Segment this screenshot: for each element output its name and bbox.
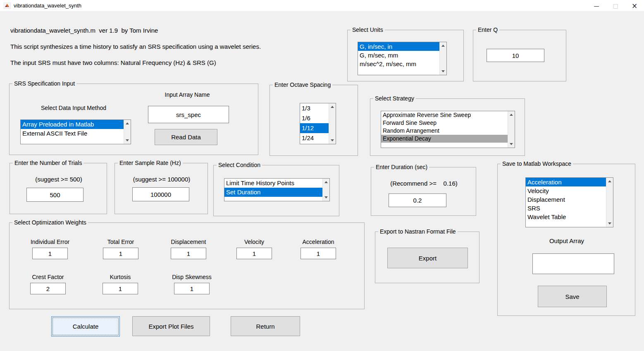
scrollbar[interactable]	[606, 178, 613, 227]
workspace-option[interactable]: Velocity	[526, 186, 606, 195]
export-button[interactable]: Export	[387, 248, 468, 268]
disp-skewness-input[interactable]	[174, 283, 210, 294]
export-plot-files-button[interactable]: Export Plot Files	[132, 316, 210, 336]
scroll-down-icon[interactable]	[124, 137, 131, 144]
data-input-method-listbox[interactable]: Array Preloaded in Matlab External ASCII…	[20, 119, 131, 144]
window-title: vibrationdata_wavelet_synth	[14, 2, 81, 9]
units-option[interactable]: G, m/sec, mm	[358, 51, 439, 60]
strategy-option[interactable]: Forward Sine Sweep	[381, 119, 508, 127]
script-description-text: This script synthesizes a time history t…	[10, 43, 261, 50]
kurtosis-input[interactable]	[103, 283, 138, 294]
condition-option[interactable]: Limit Time History Points	[224, 179, 322, 188]
script-version-text: vibrationdata_wavelet_synth.m ver 1.9 by…	[10, 27, 158, 34]
calculate-button[interactable]: Calculate	[51, 316, 120, 337]
sample-rate-title: Enter Sample Rate (Hz)	[118, 160, 183, 166]
input-method-option[interactable]: External ASCII Text File	[21, 129, 124, 138]
scrollbar[interactable]	[329, 103, 336, 144]
save-workspace-panel: Save to Matlab Workspace Acceleration Ve…	[497, 164, 635, 316]
strategy-listbox[interactable]: Approximate Reverse Sine Sweep Forward S…	[381, 111, 515, 148]
q-input[interactable]	[487, 49, 544, 62]
return-button[interactable]: Return	[231, 316, 300, 336]
velocity-input[interactable]	[236, 248, 272, 259]
client-area: vibrationdata_wavelet_synth.m ver 1.9 by…	[0, 12, 644, 351]
units-option[interactable]: G, in/sec, in	[358, 42, 439, 51]
duration-input[interactable]	[389, 193, 446, 207]
octave-option[interactable]: 1/12	[300, 123, 329, 133]
minimize-icon[interactable]: —	[587, 0, 606, 12]
read-data-button[interactable]: Read Data	[155, 129, 217, 145]
select-strategy-title: Select Strategy	[373, 95, 416, 102]
select-units-panel: Select Units G, in/sec, in G, m/sec, mm …	[347, 30, 464, 81]
titlebar: vibrationdata_wavelet_synth — □ ×	[0, 0, 644, 12]
strategy-option[interactable]: Random Arrangement	[381, 127, 508, 135]
enter-duration-panel: Enter Duration (sec) (Recommend >= 0.16)	[371, 167, 476, 216]
scroll-down-icon[interactable]	[440, 68, 446, 75]
save-button[interactable]: Save	[538, 286, 607, 307]
workspace-listbox[interactable]: Acceleration Velocity Displacement SRS W…	[525, 177, 613, 227]
window-controls: — □ ×	[587, 0, 644, 12]
number-of-trials-title: Enter the Number of Trials	[13, 160, 83, 166]
input-array-name-label: Input Array Name	[140, 91, 235, 98]
scrollbar[interactable]	[322, 179, 329, 201]
nastran-export-title: Export to Nastran Format File	[378, 228, 458, 235]
trials-input[interactable]	[26, 188, 83, 202]
select-units-title: Select Units	[351, 26, 385, 33]
octave-spacing-title: Enter Octave Spacing	[273, 81, 332, 88]
scroll-up-icon[interactable]	[508, 111, 515, 118]
enter-q-panel: Enter Q	[473, 30, 566, 81]
trials-hint: (suggest >= 500)	[10, 176, 107, 183]
workspace-option[interactable]: Displacement	[526, 195, 606, 204]
total-error-label: Total Error	[86, 239, 156, 245]
acceleration-label: Acceleration	[283, 239, 353, 245]
units-option[interactable]: m/sec^2, m/sec, mm	[358, 60, 439, 68]
units-listbox[interactable]: G, in/sec, in G, m/sec, mm m/sec^2, m/se…	[358, 42, 447, 75]
scroll-up-icon[interactable]	[440, 42, 446, 49]
optimization-weights-panel: Select Optimization Weights Individual E…	[9, 222, 365, 309]
disp-skewness-label: Disp Skewness	[157, 274, 227, 280]
scroll-down-icon[interactable]	[323, 194, 329, 201]
workspace-option[interactable]: Wavelet Table	[526, 213, 606, 221]
strategy-option[interactable]: Approximate Reverse Sine Sweep	[381, 111, 508, 119]
condition-option[interactable]: Set Duration	[224, 188, 322, 197]
optimization-weights-title: Select Optimization Weights	[12, 219, 88, 226]
srs-spec-input-title: SRS Specification Input	[12, 80, 76, 87]
individual-error-input[interactable]	[32, 248, 68, 259]
scroll-down-icon[interactable]	[329, 137, 336, 144]
output-array-label: Output Array	[498, 237, 636, 244]
enter-duration-title: Enter Duration (sec)	[374, 164, 429, 170]
condition-listbox[interactable]: Limit Time History Points Set Duration	[224, 178, 330, 201]
octave-option[interactable]: 1/24	[300, 133, 329, 143]
output-array-input[interactable]	[532, 253, 614, 274]
scrollbar[interactable]	[124, 120, 131, 144]
scroll-down-icon[interactable]	[508, 141, 515, 148]
data-input-method-label: Select Data Input Method	[18, 105, 129, 111]
total-error-input[interactable]	[103, 248, 138, 259]
input-array-name-input[interactable]	[148, 106, 229, 123]
octave-option[interactable]: 1/6	[300, 113, 329, 123]
scroll-down-icon[interactable]	[606, 220, 613, 227]
crest-factor-input[interactable]	[30, 283, 66, 294]
scroll-up-icon[interactable]	[329, 103, 336, 110]
scroll-up-icon[interactable]	[606, 178, 613, 185]
scroll-up-icon[interactable]	[323, 179, 329, 186]
nastran-export-panel: Export to Nastran Format File Export	[375, 232, 479, 283]
workspace-option[interactable]: SRS	[526, 204, 606, 213]
octave-listbox[interactable]: 1/3 1/6 1/12 1/24	[300, 103, 336, 144]
scrollbar[interactable]	[439, 42, 446, 75]
acceleration-input[interactable]	[301, 248, 336, 259]
maximize-icon[interactable]: □	[606, 0, 625, 12]
displacement-label: Displacement	[153, 239, 224, 245]
save-workspace-title: Save to Matlab Workspace	[501, 160, 573, 167]
displacement-input[interactable]	[171, 248, 206, 259]
workspace-option[interactable]: Acceleration	[526, 178, 606, 186]
sample-rate-input[interactable]	[132, 187, 189, 201]
duration-hint: (Recommend >= 0.16)	[371, 180, 477, 187]
octave-option[interactable]: 1/3	[300, 103, 329, 113]
srs-spec-input-panel: SRS Specification Input Input Array Name…	[9, 84, 258, 155]
scroll-up-icon[interactable]	[124, 120, 131, 127]
input-method-option[interactable]: Array Preloaded in Matlab	[21, 120, 124, 129]
close-icon[interactable]: ×	[625, 0, 644, 12]
scrollbar[interactable]	[508, 111, 515, 148]
strategy-option[interactable]: Exponential Decay	[381, 135, 508, 143]
enter-q-title: Enter Q	[476, 26, 499, 33]
